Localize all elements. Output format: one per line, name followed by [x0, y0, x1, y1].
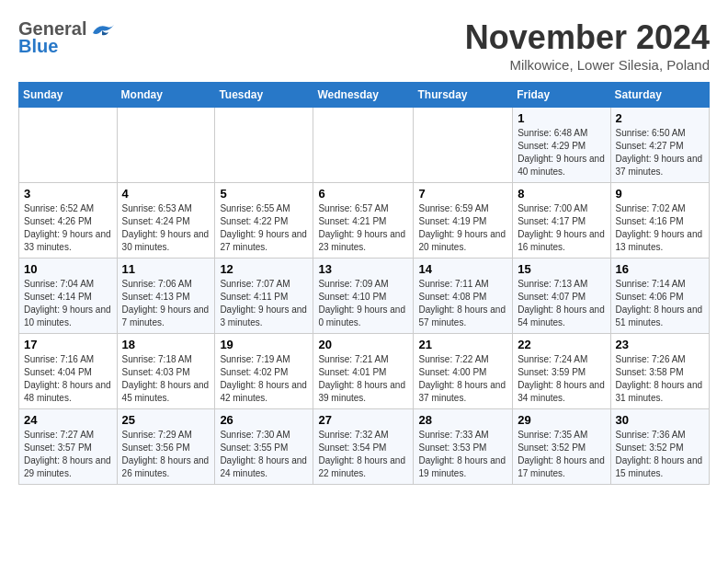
calendar-week-row: 17Sunrise: 7:16 AMSunset: 4:04 PMDayligh… [19, 334, 710, 409]
calendar-cell: 2Sunrise: 6:50 AMSunset: 4:27 PMDaylight… [610, 108, 709, 183]
day-info: Sunrise: 7:04 AMSunset: 4:14 PMDaylight:… [24, 278, 112, 329]
month-title: November 2024 [465, 18, 710, 57]
calendar-cell: 25Sunrise: 7:29 AMSunset: 3:56 PMDayligh… [117, 409, 215, 485]
column-header-friday: Friday [513, 83, 610, 108]
calendar-week-row: 24Sunrise: 7:27 AMSunset: 3:57 PMDayligh… [19, 409, 710, 485]
column-header-saturday: Saturday [610, 83, 709, 108]
day-info: Sunrise: 7:30 AMSunset: 3:55 PMDaylight:… [220, 429, 308, 480]
day-number: 23 [616, 338, 704, 351]
day-info: Sunrise: 6:52 AMSunset: 4:26 PMDaylight:… [24, 202, 112, 254]
calendar-table: SundayMondayTuesdayWednesdayThursdayFrid… [18, 82, 710, 485]
day-info: Sunrise: 7:18 AMSunset: 4:03 PMDaylight:… [122, 353, 210, 405]
day-info: Sunrise: 7:00 AMSunset: 4:17 PMDaylight:… [518, 202, 605, 254]
logo-blue-text: Blue [18, 36, 116, 57]
day-info: Sunrise: 7:06 AMSunset: 4:13 PMDaylight:… [122, 278, 210, 329]
day-number: 4 [122, 187, 210, 201]
column-header-wednesday: Wednesday [313, 83, 414, 108]
day-number: 2 [616, 111, 704, 125]
day-info: Sunrise: 7:24 AMSunset: 3:59 PMDaylight:… [518, 353, 605, 405]
day-number: 3 [24, 187, 112, 201]
calendar-cell: 10Sunrise: 7:04 AMSunset: 4:14 PMDayligh… [19, 259, 118, 334]
column-header-thursday: Thursday [414, 83, 513, 108]
day-number: 12 [220, 262, 308, 276]
day-number: 6 [318, 187, 408, 201]
day-info: Sunrise: 7:35 AMSunset: 3:52 PMDaylight:… [518, 429, 605, 480]
day-info: Sunrise: 7:07 AMSunset: 4:11 PMDaylight:… [220, 278, 308, 329]
day-info: Sunrise: 7:09 AMSunset: 4:10 PMDaylight:… [318, 278, 408, 329]
day-info: Sunrise: 7:16 AMSunset: 4:04 PMDaylight:… [24, 353, 112, 405]
calendar-cell: 23Sunrise: 7:26 AMSunset: 3:58 PMDayligh… [610, 334, 709, 409]
calendar-cell: 11Sunrise: 7:06 AMSunset: 4:13 PMDayligh… [117, 259, 215, 334]
logo: General Blue [18, 18, 116, 57]
day-info: Sunrise: 6:55 AMSunset: 4:22 PMDaylight:… [220, 202, 308, 254]
day-info: Sunrise: 6:57 AMSunset: 4:21 PMDaylight:… [318, 202, 408, 254]
day-number: 16 [616, 262, 704, 276]
calendar-cell: 24Sunrise: 7:27 AMSunset: 3:57 PMDayligh… [19, 409, 118, 485]
calendar-cell [215, 108, 313, 183]
calendar-cell: 27Sunrise: 7:32 AMSunset: 3:54 PMDayligh… [313, 409, 414, 485]
calendar-cell [313, 108, 414, 183]
day-number: 9 [616, 187, 704, 201]
calendar-cell [117, 108, 215, 183]
day-number: 20 [318, 338, 408, 351]
day-info: Sunrise: 7:02 AMSunset: 4:16 PMDaylight:… [616, 202, 704, 254]
day-info: Sunrise: 7:36 AMSunset: 3:52 PMDaylight:… [616, 429, 704, 480]
day-info: Sunrise: 6:50 AMSunset: 4:27 PMDaylight:… [616, 127, 704, 178]
calendar-header-row: SundayMondayTuesdayWednesdayThursdayFrid… [19, 83, 710, 108]
calendar-week-row: 10Sunrise: 7:04 AMSunset: 4:14 PMDayligh… [19, 259, 710, 334]
day-number: 11 [122, 262, 210, 276]
day-number: 21 [418, 338, 507, 351]
calendar-cell: 20Sunrise: 7:21 AMSunset: 4:01 PMDayligh… [313, 334, 414, 409]
calendar-cell: 29Sunrise: 7:35 AMSunset: 3:52 PMDayligh… [513, 409, 610, 485]
calendar-cell: 18Sunrise: 7:18 AMSunset: 4:03 PMDayligh… [117, 334, 215, 409]
day-info: Sunrise: 7:21 AMSunset: 4:01 PMDaylight:… [318, 353, 408, 405]
day-number: 18 [122, 338, 210, 351]
day-number: 24 [24, 413, 112, 427]
calendar-cell: 6Sunrise: 6:57 AMSunset: 4:21 PMDaylight… [313, 183, 414, 259]
day-info: Sunrise: 7:13 AMSunset: 4:07 PMDaylight:… [518, 278, 605, 329]
column-header-monday: Monday [117, 83, 215, 108]
day-info: Sunrise: 7:22 AMSunset: 4:00 PMDaylight:… [418, 353, 507, 405]
calendar-cell: 19Sunrise: 7:19 AMSunset: 4:02 PMDayligh… [215, 334, 313, 409]
calendar-cell: 12Sunrise: 7:07 AMSunset: 4:11 PMDayligh… [215, 259, 313, 334]
calendar-week-row: 3Sunrise: 6:52 AMSunset: 4:26 PMDaylight… [19, 183, 710, 259]
calendar-cell: 13Sunrise: 7:09 AMSunset: 4:10 PMDayligh… [313, 259, 414, 334]
day-number: 27 [318, 413, 408, 427]
header: General Blue November 2024 Milkowice, Lo… [18, 18, 710, 73]
day-number: 13 [318, 262, 408, 276]
day-number: 25 [122, 413, 210, 427]
day-number: 28 [418, 413, 507, 427]
location-subtitle: Milkowice, Lower Silesia, Poland [465, 57, 710, 73]
day-number: 15 [518, 262, 605, 276]
day-info: Sunrise: 7:19 AMSunset: 4:02 PMDaylight:… [220, 353, 308, 405]
calendar-cell [19, 108, 118, 183]
calendar-cell: 16Sunrise: 7:14 AMSunset: 4:06 PMDayligh… [610, 259, 709, 334]
title-area: November 2024 Milkowice, Lower Silesia, … [465, 18, 710, 73]
calendar-cell [414, 108, 513, 183]
day-info: Sunrise: 7:11 AMSunset: 4:08 PMDaylight:… [418, 278, 507, 329]
day-number: 26 [220, 413, 308, 427]
day-number: 22 [518, 338, 605, 351]
day-info: Sunrise: 6:53 AMSunset: 4:24 PMDaylight:… [122, 202, 210, 254]
day-info: Sunrise: 7:27 AMSunset: 3:57 PMDaylight:… [24, 429, 112, 480]
day-info: Sunrise: 7:33 AMSunset: 3:53 PMDaylight:… [418, 429, 507, 480]
day-info: Sunrise: 7:29 AMSunset: 3:56 PMDaylight:… [122, 429, 210, 480]
calendar-cell: 17Sunrise: 7:16 AMSunset: 4:04 PMDayligh… [19, 334, 118, 409]
calendar-cell: 3Sunrise: 6:52 AMSunset: 4:26 PMDaylight… [19, 183, 118, 259]
day-info: Sunrise: 6:59 AMSunset: 4:19 PMDaylight:… [418, 202, 507, 254]
calendar-cell: 22Sunrise: 7:24 AMSunset: 3:59 PMDayligh… [513, 334, 610, 409]
calendar-cell: 1Sunrise: 6:48 AMSunset: 4:29 PMDaylight… [513, 108, 610, 183]
day-number: 10 [24, 262, 112, 276]
day-number: 7 [418, 187, 507, 201]
calendar-cell: 21Sunrise: 7:22 AMSunset: 4:00 PMDayligh… [414, 334, 513, 409]
calendar-cell: 28Sunrise: 7:33 AMSunset: 3:53 PMDayligh… [414, 409, 513, 485]
calendar-cell: 8Sunrise: 7:00 AMSunset: 4:17 PMDaylight… [513, 183, 610, 259]
day-number: 30 [616, 413, 704, 427]
calendar-cell: 30Sunrise: 7:36 AMSunset: 3:52 PMDayligh… [610, 409, 709, 485]
calendar-cell: 26Sunrise: 7:30 AMSunset: 3:55 PMDayligh… [215, 409, 313, 485]
calendar-cell: 4Sunrise: 6:53 AMSunset: 4:24 PMDaylight… [117, 183, 215, 259]
day-info: Sunrise: 7:32 AMSunset: 3:54 PMDaylight:… [318, 429, 408, 480]
day-number: 5 [220, 187, 308, 201]
day-number: 14 [418, 262, 507, 276]
day-number: 19 [220, 338, 308, 351]
